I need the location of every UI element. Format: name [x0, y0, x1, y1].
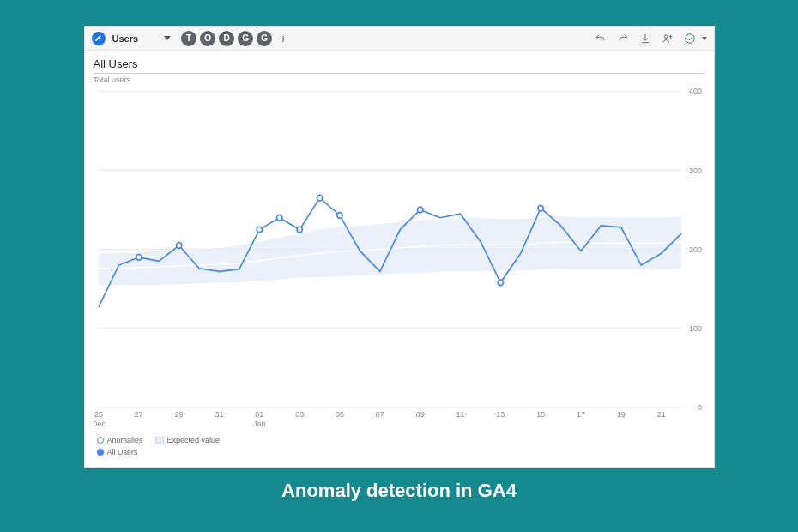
svg-text:15: 15 [536, 410, 545, 419]
svg-text:300: 300 [689, 166, 702, 174]
svg-point-1 [685, 33, 694, 43]
svg-point-14 [257, 227, 262, 233]
chip[interactable]: T [181, 31, 196, 46]
svg-text:400: 400 [689, 87, 702, 95]
svg-text:31: 31 [215, 410, 223, 419]
svg-text:05: 05 [335, 410, 343, 419]
svg-point-12 [136, 255, 141, 261]
svg-point-13 [176, 243, 181, 249]
svg-point-18 [336, 213, 342, 219]
analytics-panel: Users T O D G G + All Users [84, 26, 715, 468]
chip[interactable]: G [257, 31, 272, 46]
expected-band-icon [155, 437, 164, 444]
legend-expected: Expected value [155, 436, 221, 444]
svg-point-21 [537, 205, 542, 211]
svg-text:01: 01 [255, 410, 263, 419]
chart-title: All Users [94, 57, 138, 70]
svg-point-19 [417, 207, 422, 213]
svg-point-16 [296, 227, 301, 233]
svg-text:29: 29 [174, 410, 183, 419]
chart-subtitle: Total users [94, 74, 705, 86]
chip[interactable]: D [219, 31, 234, 46]
svg-text:100: 100 [689, 324, 702, 333]
segment-chips: T O D G G + [181, 31, 291, 46]
svg-text:Jan: Jan [253, 420, 265, 428]
chart-area: 010020030040025Dec27293101Jan03050709111… [85, 86, 714, 432]
svg-text:03: 03 [295, 410, 304, 419]
svg-point-15 [276, 215, 281, 221]
svg-text:25: 25 [94, 410, 102, 419]
download-button[interactable] [637, 30, 654, 47]
segment-dropdown[interactable]: Users [112, 33, 172, 44]
edit-icon[interactable] [92, 32, 106, 45]
svg-text:19: 19 [616, 410, 625, 419]
share-button[interactable] [659, 30, 676, 47]
svg-text:13: 13 [496, 410, 505, 419]
line-chart: 010020030040025Dec27293101Jan03050709111… [94, 86, 705, 432]
chip[interactable]: O [200, 31, 215, 46]
segment-label: Users [112, 33, 139, 44]
series-marker-icon [97, 449, 104, 456]
svg-point-20 [498, 280, 503, 286]
legend-anomalies: Anomalies [97, 436, 143, 444]
chevron-down-icon [164, 36, 171, 40]
legend: Anomalies Expected value All Users [85, 432, 714, 467]
caption: Anomaly detection in GA4 [281, 480, 517, 502]
svg-point-0 [664, 34, 668, 38]
add-segment-button[interactable]: + [275, 31, 291, 46]
svg-text:200: 200 [689, 245, 702, 254]
redo-button[interactable] [614, 30, 632, 47]
undo-button[interactable] [592, 30, 609, 47]
svg-text:17: 17 [577, 410, 585, 419]
svg-text:09: 09 [415, 410, 424, 419]
svg-text:Dec: Dec [94, 420, 106, 428]
anomaly-marker-icon [97, 437, 104, 444]
svg-text:27: 27 [134, 410, 142, 419]
toolbar: Users T O D G G + [85, 27, 714, 51]
chart-header: All Users [85, 51, 714, 73]
chip[interactable]: G [238, 31, 253, 46]
chevron-down-icon[interactable] [702, 37, 707, 40]
svg-text:0: 0 [698, 403, 702, 412]
svg-text:21: 21 [656, 410, 665, 419]
svg-text:07: 07 [375, 410, 384, 419]
insights-button[interactable] [681, 30, 698, 47]
legend-series: All Users [97, 448, 138, 456]
svg-point-17 [317, 195, 322, 201]
svg-text:11: 11 [456, 410, 464, 419]
